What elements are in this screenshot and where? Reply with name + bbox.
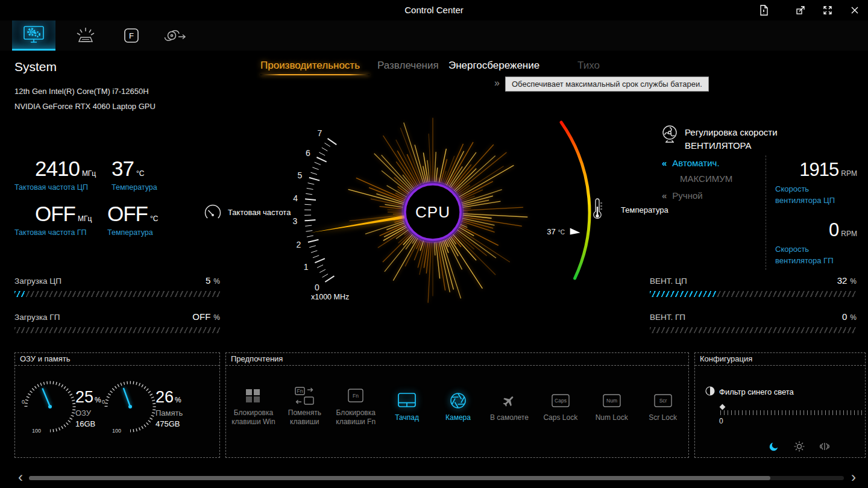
temp-readout: 37°C <box>547 227 565 236</box>
svg-text:Num: Num <box>606 398 617 404</box>
touchpad-toggle[interactable]: Тачпад <box>382 383 433 427</box>
caps-lock-toggle[interactable]: Caps Caps Lock <box>535 383 586 427</box>
gpu-temp-stat: OFF°C Температура <box>107 202 158 237</box>
mode-tab-quiet[interactable]: Тихо <box>577 60 600 72</box>
storage-gauge-needle <box>124 388 130 407</box>
fan-section-title-line2: ВЕНТИЛЯТОРА <box>685 140 752 151</box>
swap-keys-toggle[interactable]: Fn Поменять клавиши <box>279 383 330 427</box>
scrollbar-thumb[interactable] <box>29 476 770 480</box>
cpu-fan-bar-row: ВЕНТ. ЦП 32% <box>650 275 857 299</box>
cpu-fan-bar-value: 32 <box>837 275 848 286</box>
main-navbar: F <box>0 20 868 51</box>
tab-system-monitor[interactable] <box>12 20 55 51</box>
gauge-scale-unit: x1000 MHz <box>311 293 349 301</box>
svg-text:Caps: Caps <box>555 398 567 404</box>
tab-led-backlight[interactable] <box>70 20 101 51</box>
storage-usage-value: 26 <box>156 388 174 406</box>
brightness-icon[interactable] <box>793 440 806 453</box>
svg-text:0: 0 <box>315 283 319 292</box>
mode-tab-entertainment[interactable]: Развлечения <box>377 60 439 72</box>
cpu-temp-value: 37 <box>112 157 134 180</box>
cpu-temp-stat: 37°C Температура <box>112 157 157 192</box>
cpu-name: 12th Gen Intel(R) Core(TM) i7-12650H <box>14 87 149 96</box>
ram-usage-value: 25 <box>75 388 93 406</box>
configuration-panel: Конфигурация Фильтр синего света 0 <box>694 352 866 458</box>
blue-light-moon-icon[interactable] <box>767 440 781 453</box>
svg-text:6: 6 <box>306 148 310 158</box>
gpu-load-row: Загрузка ГП OFF% <box>14 311 220 336</box>
cpu-fan-label-line2: вентилятора ЦП <box>775 195 857 206</box>
fan-airflow-icon <box>163 25 188 46</box>
fan-mode-maximum[interactable]: МАКСИМУМ <box>680 174 732 184</box>
cpu-load-value: 5 <box>206 275 210 286</box>
fan-icon <box>659 124 680 148</box>
gpu-fan-bar-row: ВЕНТ. ГП 0% <box>650 311 857 336</box>
active-mode-underline <box>260 74 370 75</box>
system-monitor-icon <box>21 23 46 46</box>
num-lock-toggle[interactable]: Num Num Lock <box>586 383 637 427</box>
titlebar: Control Center <box>0 0 868 20</box>
chevron-right-icon: » <box>494 78 500 89</box>
gpu-clock-value: OFF <box>35 202 75 225</box>
mode-tab-powersave[interactable]: Энергосбережение <box>448 60 539 72</box>
airplane-mode-toggle[interactable]: В самолете <box>483 383 535 427</box>
fullscreen-icon[interactable] <box>814 0 841 20</box>
gpu-clock-unit: МГц <box>78 214 92 223</box>
changelog-icon[interactable] <box>750 0 777 20</box>
tab-flexikey[interactable]: F <box>116 20 147 51</box>
scale-min-label: 0 <box>102 399 105 405</box>
fullscreen-glyph <box>823 5 832 15</box>
sound-waves-icon[interactable] <box>818 440 831 453</box>
scale-max-label: 100 <box>32 428 41 434</box>
svg-text:2: 2 <box>296 240 301 249</box>
tab-fan-airflow[interactable] <box>158 20 193 51</box>
svg-text:Fn: Fn <box>297 388 303 394</box>
gpu-fan-label-line1: Скорость <box>775 243 857 255</box>
svg-text:3: 3 <box>293 216 298 226</box>
temperature-label: Температура <box>621 205 668 214</box>
divider <box>766 155 766 270</box>
fan-mode-manual[interactable]: «Ручной <box>662 190 703 201</box>
storage-gauge: 0 100 <box>100 375 160 436</box>
fan-mode-auto[interactable]: «Автоматич. <box>662 158 720 168</box>
pop-out-glyph <box>796 5 805 15</box>
cpu-fan-rpm-unit: RPM <box>841 169 857 178</box>
scale-min-label: 0 <box>22 399 25 405</box>
blue-light-filter-label: Фильтр синего света <box>719 387 794 396</box>
fan-mode-manual-label: Ручной <box>672 190 702 201</box>
cpu-load-bar <box>14 291 220 297</box>
cpu-fan-reading: 1915RPM Скоростьвентилятора ЦП <box>775 159 857 206</box>
gpu-load-bar <box>14 327 220 333</box>
ram-label: ОЗУ <box>75 408 101 418</box>
speedometer-icon <box>203 202 223 224</box>
camera-toggle[interactable]: Камера <box>433 383 484 427</box>
gpu-load-unit: % <box>213 313 220 322</box>
ram-g gauge: 0 100 <box>20 375 80 436</box>
close-glyph <box>851 6 859 14</box>
cpu-load-label: Загрузка ЦП <box>14 277 61 286</box>
slider-ruler <box>720 410 864 415</box>
scroll-lock-toggle[interactable]: Scr Scr Lock <box>637 383 688 427</box>
scale-max-label: 100 <box>112 428 121 434</box>
cpu-fan-bar-fill <box>650 291 716 297</box>
slider-handle[interactable] <box>720 404 726 410</box>
scroll-right-icon[interactable]: › <box>846 469 861 486</box>
gpu-name: NVIDIA GeForce RTX 4060 Laptop GPU <box>14 102 156 111</box>
win-key-lock-toggle[interactable]: Блокировка клавиши Win <box>228 383 279 427</box>
scroll-left-icon[interactable]: ‹ <box>13 469 28 486</box>
mode-tab-performance[interactable]: Производительность <box>260 60 360 72</box>
gpu-fan-label-line2: вентилятора ГП <box>775 255 857 266</box>
gpu-load-label: Загрузка ГП <box>14 313 60 322</box>
blue-light-filter-icon <box>705 386 715 399</box>
cpu-fan-bar-label: ВЕНТ. ЦП <box>650 277 687 286</box>
close-icon[interactable] <box>841 0 868 20</box>
fn-lock-toggle[interactable]: Fn Блокировка клавиши Fn <box>330 383 382 427</box>
configuration-footer-icons <box>767 440 831 453</box>
gpu-fan-reading: 0RPM Скоростьвентилятора ГП <box>775 219 857 266</box>
windows-lock-icon <box>242 386 264 406</box>
gauge-scale: 01234567 <box>293 128 337 292</box>
pop-out-icon[interactable] <box>787 0 814 20</box>
horizontal-scrollbar[interactable] <box>29 476 844 480</box>
cpu-fan-rpm-value: 1915 <box>799 159 838 180</box>
blue-light-slider[interactable] <box>720 405 864 414</box>
